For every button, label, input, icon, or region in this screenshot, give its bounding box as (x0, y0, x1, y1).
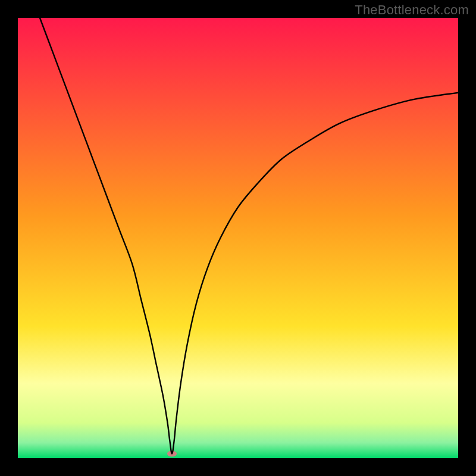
bottleneck-chart (18, 18, 458, 458)
chart-frame (18, 18, 458, 458)
gradient-background (18, 18, 458, 458)
watermark-text: TheBottleneck.com (355, 2, 469, 18)
